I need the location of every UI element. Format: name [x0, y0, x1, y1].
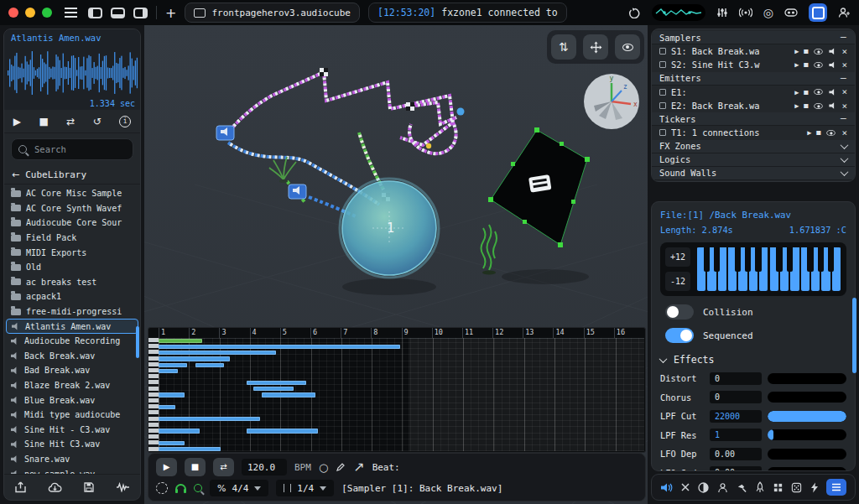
file-item[interactable]: new sample.wav — [4, 466, 140, 474]
chevron-down-icon[interactable] — [841, 168, 849, 176]
tree-group-samplers[interactable]: Samplers − — [652, 31, 855, 44]
blue-node[interactable] — [457, 108, 465, 116]
effect-value[interactable]: 0.00 — [710, 466, 762, 471]
audio-icon[interactable] — [829, 48, 836, 55]
visibility-icon[interactable] — [815, 89, 823, 95]
tree-group-logics[interactable]: Logics — [652, 153, 855, 167]
audio-icon[interactable] — [829, 102, 836, 109]
headphones-icon[interactable] — [175, 484, 186, 493]
new-tab-button[interactable]: + — [165, 5, 176, 21]
effects-header[interactable]: Effects — [660, 354, 846, 366]
play-icon[interactable]: ▶ — [13, 117, 21, 127]
play-icon[interactable]: ▶ — [794, 47, 799, 55]
chevron-down-icon[interactable] — [841, 154, 849, 163]
tree-item-e1[interactable]: E1: ▶■× — [652, 86, 855, 99]
black-key[interactable] — [776, 247, 782, 272]
zoom-window-button[interactable] — [42, 8, 52, 18]
close-icon[interactable]: × — [841, 101, 847, 112]
collapse-icon[interactable]: − — [840, 73, 847, 84]
timer-icon[interactable] — [156, 482, 168, 494]
grid-icon[interactable] — [773, 482, 784, 493]
black-key[interactable] — [818, 247, 824, 272]
rocket-icon[interactable] — [755, 481, 765, 493]
pitch-up-button[interactable]: +12 — [665, 247, 690, 267]
folder-item[interactable]: AC Core Misc Sample — [4, 186, 140, 201]
close-icon[interactable]: × — [841, 86, 847, 97]
tree-group-tickers[interactable]: Tickers − — [652, 112, 855, 126]
black-key[interactable] — [807, 247, 813, 272]
collision-toggle[interactable] — [665, 304, 694, 320]
piano-roll-notes[interactable] — [159, 338, 644, 451]
effect-value[interactable]: 0 — [710, 391, 762, 403]
scene-viewport[interactable]: 1 ⇅ — [144, 25, 648, 504]
file-item[interactable]: Back Break.wav — [4, 349, 140, 364]
bpm-input[interactable] — [242, 459, 287, 475]
file-item[interactable]: Bad Break.wav — [4, 363, 140, 378]
tree-group-emitters[interactable]: Emitters − — [652, 72, 855, 86]
midi-note[interactable] — [159, 356, 230, 361]
midi-note[interactable] — [159, 417, 260, 421]
cloud-download-icon[interactable] — [48, 482, 62, 493]
folder-item[interactable]: AC Core Synth Wavef — [4, 201, 140, 216]
menu-icon[interactable] — [65, 12, 77, 13]
effect-value[interactable]: 22000 — [710, 410, 762, 423]
tree-item-e2[interactable]: E2: Back Break.wa ▶■× — [652, 99, 855, 112]
export-arrow-icon[interactable]: ↗ — [353, 460, 364, 474]
file-item[interactable]: Atlantis Amen.wav — [6, 319, 138, 334]
project-tab[interactable]: frontpageherov3.audiocube — [185, 3, 360, 23]
file-item[interactable]: Snare.wav — [4, 452, 140, 467]
sample-preview[interactable]: Atlantis Amen.wav 1.334 sec — [4, 29, 140, 110]
loop-button[interactable]: ⇄ — [213, 458, 234, 476]
file-item[interactable]: Midi type audiocube — [4, 408, 140, 423]
edit-icon[interactable] — [336, 462, 346, 472]
file-item[interactable]: Sine Hit C3.wav — [4, 437, 140, 452]
stop-icon[interactable]: ■ — [804, 60, 808, 69]
tools-icon[interactable] — [736, 482, 747, 493]
waveform-icon[interactable] — [116, 482, 130, 492]
stop-icon[interactable]: ■ — [804, 101, 808, 110]
stop-icon[interactable]: ■ — [39, 117, 48, 127]
bottom-panel-toggle-icon[interactable] — [111, 8, 125, 18]
orientation-gizmo[interactable]: y x z — [582, 72, 641, 131]
loop-icon[interactable]: ⇄ — [66, 117, 75, 127]
effect-slider[interactable] — [768, 467, 846, 471]
cross-icon[interactable] — [680, 482, 690, 492]
tree-item-t1[interactable]: T1: 1 connections ▶■× — [652, 126, 855, 139]
piano-roll[interactable]: 12 34 56 78 910 1112 1314 1516 — [148, 327, 646, 453]
black-key[interactable] — [735, 247, 741, 272]
effect-value[interactable]: 1 — [710, 429, 762, 441]
back-icon[interactable]: ← — [12, 170, 19, 179]
time-signature-dropdown[interactable]: % 4/4 — [210, 480, 268, 496]
info-icon[interactable]: i — [119, 116, 131, 127]
black-key[interactable] — [714, 247, 720, 272]
midi-note[interactable] — [247, 381, 306, 385]
yellow-node[interactable] — [426, 143, 431, 148]
folder-item[interactable]: acpack1 — [4, 289, 140, 304]
sequenced-toggle[interactable] — [665, 328, 694, 343]
stop-button[interactable]: ■ — [185, 458, 206, 476]
collapse-icon[interactable]: − — [840, 113, 847, 124]
record-icon[interactable]: ◎ — [763, 7, 773, 18]
play-icon[interactable]: ▶ — [794, 101, 799, 110]
black-key[interactable] — [787, 247, 793, 272]
effect-value[interactable]: 0.00 — [710, 448, 762, 460]
contrast-icon[interactable] — [698, 482, 709, 493]
midi-note[interactable] — [159, 447, 221, 451]
play-icon[interactable]: ▶ — [794, 88, 799, 96]
move-icon[interactable] — [583, 34, 608, 60]
effect-slider[interactable] — [768, 449, 846, 460]
right-panel-toggle-icon[interactable] — [133, 8, 148, 18]
visibility-icon[interactable] — [815, 62, 823, 68]
tree-group-fx-zones[interactable]: FX Zones — [652, 140, 855, 153]
midi-note[interactable] — [159, 392, 185, 397]
tree-item-s2[interactable]: S2: Sine Hit C3.w ▶■× — [652, 58, 855, 71]
close-icon[interactable]: × — [841, 46, 847, 57]
file-item[interactable]: Audiocube Recording — [4, 334, 140, 349]
visibility-icon[interactable] — [615, 34, 640, 60]
stop-icon[interactable]: ■ — [804, 88, 808, 96]
active-view-button[interactable] — [809, 3, 827, 22]
midi-note[interactable] — [159, 351, 276, 355]
midi-note[interactable] — [247, 429, 318, 433]
folder-item[interactable]: Audiocube Core Sour — [4, 216, 140, 231]
folder-item[interactable]: Old — [4, 260, 140, 275]
